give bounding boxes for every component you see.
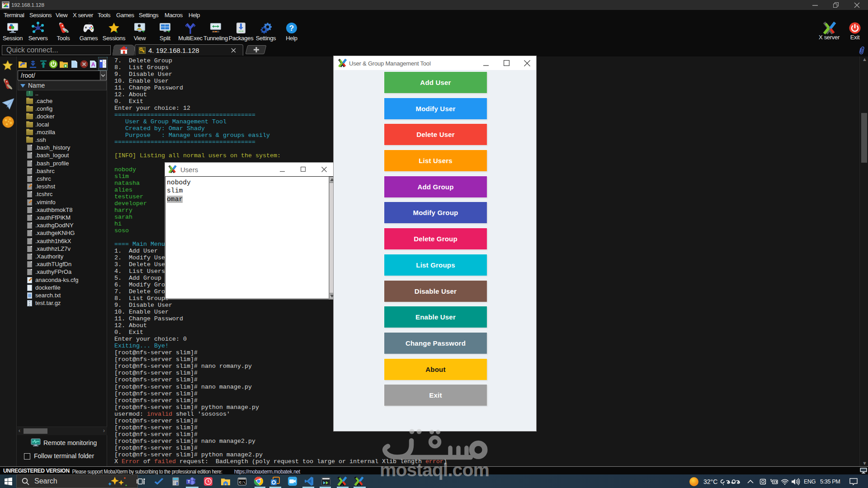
svg-text:C:\_: C:\_ xyxy=(239,481,246,484)
svg-text:A: A xyxy=(91,61,95,68)
svg-text:T: T xyxy=(188,479,190,484)
svg-text:?: ? xyxy=(289,24,294,33)
